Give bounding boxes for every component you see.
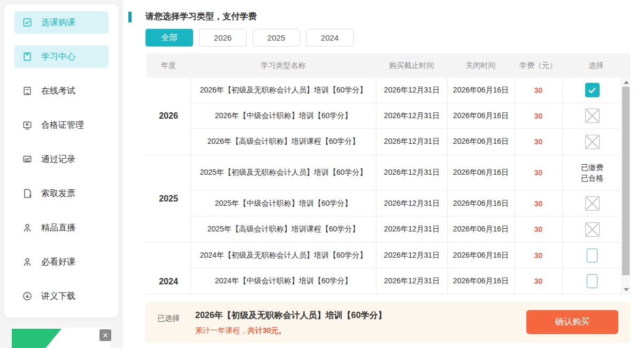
sidebar-item-索取发票[interactable]: 索取发票 — [14, 182, 109, 205]
column-header: 关闭时间 — [447, 61, 514, 71]
select-cell — [563, 103, 622, 128]
checkbox-empty[interactable] — [587, 274, 597, 288]
sidebar-menu: 选课购课学习中心在线考试合格证管理通过记录索取发票精品直播必看好课讲义下载 — [4, 11, 119, 307]
course-name: 2025年【高级会计职称】培训课程【60学分】 — [191, 216, 377, 242]
selection-summary-bar: 已选择 2026年【初级及无职称会计人员】培训【60学分】 累计一年课程，共计3… — [145, 302, 630, 343]
sidebar-item-label: 索取发票 — [41, 188, 75, 199]
sidebar-item-通过记录[interactable]: 通过记录 — [14, 148, 109, 171]
year-group-rows: 2026年【初级及无职称会计人员】培训【60学分】2026年12月31日2026… — [190, 78, 630, 154]
close-time: 2026年06月16日 — [448, 268, 515, 294]
table-body: 20262026年【初级及无职称会计人员】培训【60学分】2026年12月31日… — [147, 78, 630, 295]
title-accent-bar — [128, 12, 132, 22]
course-name: 2026年【初级及无职称会计人员】培训【60学分】 — [191, 78, 377, 103]
course-name: 2025年【初级及无职称会计人员】培训【60学分】 — [191, 155, 377, 190]
select-cell — [563, 129, 622, 154]
purchase-deadline: 2026年12月31日 — [377, 155, 448, 190]
sidebar-item-label: 必看好课 — [41, 257, 75, 268]
scrollbar-up-arrow-icon[interactable] — [624, 81, 629, 84]
sidebar-item-选课购课[interactable]: 选课购课 — [14, 11, 109, 34]
sidebar-item-讲义下载[interactable]: 讲义下载 — [14, 285, 109, 307]
close-time: 2026年06月16日 — [448, 78, 515, 103]
checkbox-disabled — [585, 222, 600, 237]
close-time: 2026年06月16日 — [448, 243, 515, 268]
checkbox-icon — [22, 17, 33, 28]
select-cell — [563, 191, 622, 216]
record-chart-icon — [22, 154, 33, 165]
sidebar: 选课购课学习中心在线考试合格证管理通过记录索取发票精品直播必看好课讲义下载 — [4, 4, 119, 318]
confirm-purchase-button[interactable]: 确认购买 — [526, 310, 618, 334]
course-name: 2026年【高级会计职称】培训课程【60学分】 — [191, 129, 377, 154]
sidebar-item-label: 选课购课 — [41, 17, 75, 28]
year-group-rows: 2024年【初级及无职称会计人员】培训【60学分】2026年12月31日2026… — [190, 243, 630, 294]
column-header: 年度 — [147, 61, 190, 71]
purchase-deadline: 2026年12月31日 — [377, 191, 448, 216]
note-prefix: 累计一年课程， — [195, 326, 248, 335]
close-time: 2026年06月16日 — [448, 216, 515, 242]
purchase-deadline: 2026年12月31日 — [377, 129, 448, 154]
year-group-2024: 20242024年【初级及无职称会计人员】培训【60学分】2026年12月31日… — [147, 243, 630, 294]
sidebar-item-label: 讲义下载 — [41, 291, 75, 302]
select-cell — [563, 243, 622, 268]
scrollbar-thumb[interactable] — [622, 87, 630, 275]
course-name: 2024年【初级及无职称会计人员】培训【60学分】 — [191, 243, 377, 268]
close-time: 2026年06月16日 — [448, 129, 515, 154]
close-time: 2026年06月16日 — [448, 155, 515, 190]
selected-label: 已选择 — [157, 314, 180, 323]
checkbox-checked[interactable] — [585, 83, 600, 97]
year-group-2025: 20252025年【初级及无职称会计人员】培训【60学分】2026年12月31日… — [147, 155, 630, 243]
table-row: 2026年【中级会计职称】培训【60学分】2026年12月31日2026年06月… — [191, 103, 630, 129]
purchase-deadline: 2026年12月31日 — [377, 103, 448, 128]
purchase-deadline: 2026年12月31日 — [377, 268, 448, 294]
download-circle-icon — [22, 291, 33, 301]
checkbox-disabled — [585, 196, 600, 211]
page-title: 请您选择学习类型，支付学费 — [145, 11, 257, 22]
banner-green-wedge — [12, 329, 62, 348]
selected-course-name: 2026年【初级及无职称会计人员】培训【60学分】 — [195, 310, 386, 321]
fee-value: 30 — [515, 216, 563, 242]
filter-tab-全部[interactable]: 全部 — [145, 29, 193, 47]
total-price-note: 累计一年课程，共计30元。 — [195, 326, 286, 336]
year-label: 2026 — [147, 78, 190, 154]
table-row: 2024年【中级会计职称】培训【60学分】2026年12月31日2026年06月… — [191, 268, 630, 294]
column-header: 选择 — [562, 61, 630, 71]
column-header: 学费（元） — [514, 61, 562, 71]
year-label: 2024 — [147, 243, 190, 294]
purchase-deadline: 2026年12月31日 — [377, 216, 448, 242]
table-scrollbar[interactable] — [621, 78, 630, 295]
purchase-deadline: 2026年12月31日 — [377, 78, 448, 103]
scrollbar-down-arrow-icon[interactable] — [624, 288, 629, 291]
sidebar-item-label: 合格证管理 — [41, 120, 84, 131]
exam-paper-icon — [22, 86, 33, 96]
table-row: 2025年【高级会计职称】培训课程【60学分】2026年12月31日2026年0… — [191, 216, 630, 242]
fee-value: 30 — [515, 155, 563, 190]
filter-tab-2026[interactable]: 2026 — [199, 29, 247, 47]
year-group-2026: 20262026年【初级及无职称会计人员】培训【60学分】2026年12月31日… — [147, 78, 630, 155]
course-name: 2024年【中级会计职称】培训【60学分】 — [191, 268, 377, 294]
checkbox-empty[interactable] — [587, 249, 597, 262]
sidebar-item-label: 学习中心 — [41, 51, 75, 63]
note-total: 共计30元。 — [248, 326, 286, 335]
status-text: 已缴费 — [581, 162, 603, 173]
select-cell — [563, 216, 622, 242]
sidebar-item-学习中心[interactable]: 学习中心 — [14, 45, 109, 68]
select-cell — [563, 78, 622, 103]
sidebar-item-在线考试[interactable]: 在线考试 — [14, 80, 109, 102]
promo-banner: ✕ — [12, 328, 111, 348]
sidebar-item-必看好课[interactable]: 必看好课 — [14, 251, 109, 273]
table-row: 2025年【初级及无职称会计人员】培训【60学分】2026年12月31日2026… — [191, 155, 630, 191]
year-group-rows: 2025年【初级及无职称会计人员】培训【60学分】2026年12月31日2026… — [190, 155, 630, 242]
year-filter-tabs: 全部202620252024 — [145, 29, 359, 47]
person-icon — [22, 257, 33, 267]
table-row: 2025年【中级会计职称】培训【60学分】2026年12月31日2026年06月… — [191, 191, 630, 216]
main-content: 请您选择学习类型，支付学费 全部202620252024 年度学习类型名称购买截… — [123, 0, 644, 348]
banner-close-icon[interactable]: ✕ — [99, 329, 111, 341]
checkbox-disabled — [585, 135, 600, 149]
filter-tab-2024[interactable]: 2024 — [306, 29, 354, 47]
year-label: 2025 — [147, 155, 190, 242]
column-header: 学习类型名称 — [190, 61, 376, 71]
invoice-plus-icon — [22, 188, 33, 199]
table-row: 2026年【高级会计职称】培训课程【60学分】2026年12月31日2026年0… — [191, 129, 630, 154]
sidebar-item-精品直播[interactable]: 精品直播 — [14, 216, 109, 239]
filter-tab-2025[interactable]: 2025 — [252, 29, 300, 47]
sidebar-item-合格证管理[interactable]: 合格证管理 — [14, 114, 109, 136]
